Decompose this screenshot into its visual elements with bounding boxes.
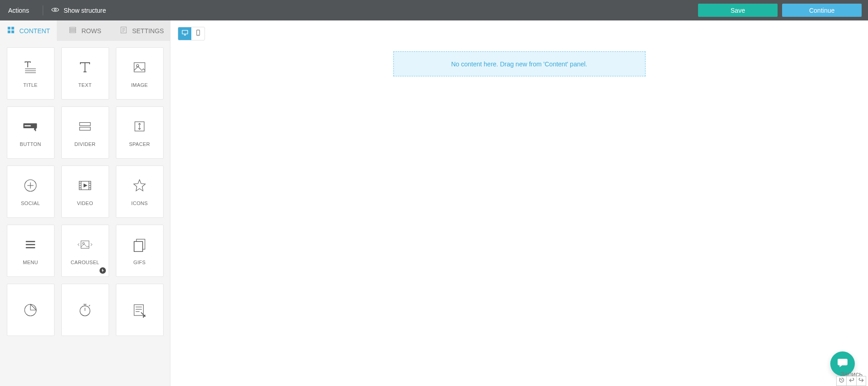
app-header: Actions Show structure Save Continue [0, 0, 868, 20]
redo-icon [858, 377, 864, 385]
svg-line-47 [89, 305, 90, 306]
rows-icon [69, 26, 77, 35]
tile-icons-label: ICONS [131, 201, 148, 206]
svg-point-56 [198, 34, 198, 35]
tile-video[interactable]: VIDEO [61, 165, 109, 218]
content-tiles-grid: TITLE TEXT IMAGE BUTTON [0, 41, 170, 386]
svg-rect-6 [70, 30, 76, 31]
settings-doc-icon [120, 26, 128, 35]
show-structure-label: Show structure [64, 7, 106, 14]
continue-button[interactable]: Continue [782, 4, 862, 17]
header-left-group: Actions Show structure [8, 5, 106, 15]
show-structure-toggle[interactable]: Show structure [51, 6, 106, 15]
tab-rows-label: ROWS [81, 27, 101, 35]
tile-title-label: TITLE [23, 82, 37, 88]
svg-rect-20 [80, 127, 90, 130]
tile-icons[interactable]: ICONS [116, 165, 164, 218]
svg-rect-5 [70, 27, 76, 29]
tile-gifs-label: GIFS [134, 260, 146, 265]
empty-content-dropzone[interactable]: No content here. Drag new from 'Content'… [393, 51, 645, 76]
header-divider [43, 5, 43, 15]
tile-text[interactable]: TEXT [61, 47, 109, 100]
text-icon [77, 60, 93, 75]
tile-title[interactable]: TITLE [7, 47, 55, 100]
undo-icon [848, 377, 855, 385]
tile-carousel[interactable]: CAROUSEL [61, 225, 109, 277]
mobile-preview-button[interactable] [191, 27, 205, 40]
tile-divider[interactable]: DIVIDER [61, 106, 109, 159]
tab-rows[interactable]: ROWS [57, 20, 114, 41]
tile-text-label: TEXT [78, 82, 91, 88]
tile-button-label: BUTTON [20, 141, 41, 147]
actions-dropdown[interactable]: Actions [8, 7, 35, 14]
svg-rect-41 [134, 241, 143, 251]
eye-icon [51, 6, 59, 15]
tile-sticker[interactable] [7, 284, 55, 336]
menu-icon [23, 237, 38, 252]
device-preview-switcher [178, 27, 205, 40]
svg-point-0 [54, 9, 56, 10]
tab-settings-label: SETTINGS [132, 27, 164, 35]
desktop-icon [181, 29, 189, 38]
chat-icon [837, 357, 848, 371]
tile-spacer-label: SPACER [129, 141, 150, 147]
form-icon [132, 302, 147, 318]
social-icon [23, 178, 38, 193]
svg-rect-38 [81, 241, 89, 248]
history-controls [836, 376, 866, 386]
svg-rect-2 [11, 27, 14, 29]
svg-rect-18 [25, 125, 31, 126]
history-icon [838, 377, 845, 385]
mobile-icon [195, 29, 202, 38]
redo-button[interactable] [856, 376, 866, 386]
image-icon [132, 60, 147, 75]
tile-social[interactable]: SOCIAL [7, 165, 55, 218]
actions-dropdown-label: Actions [8, 7, 29, 14]
tile-menu-label: MENU [23, 260, 38, 265]
title-icon [23, 60, 38, 75]
history-button[interactable] [836, 376, 846, 386]
button-icon [23, 119, 38, 134]
video-icon [77, 178, 93, 193]
tab-content-label: CONTENT [20, 27, 50, 35]
svg-rect-4 [11, 31, 14, 33]
svg-line-58 [842, 380, 843, 381]
tile-image-label: IMAGE [131, 82, 148, 88]
svg-rect-7 [70, 31, 76, 33]
grid-icon [7, 26, 15, 35]
tile-carousel-label: CAROUSEL [71, 260, 100, 265]
tab-content[interactable]: CONTENT [0, 20, 57, 41]
tile-image[interactable]: IMAGE [116, 47, 164, 100]
tile-gifs[interactable]: GIFS [116, 225, 164, 277]
svg-rect-1 [8, 27, 10, 29]
sidebar-tabs: CONTENT ROWS SETTINGS [0, 20, 170, 41]
tile-timer[interactable] [61, 284, 109, 336]
svg-point-43 [80, 306, 90, 316]
svg-rect-3 [8, 31, 10, 33]
svg-rect-52 [182, 30, 188, 34]
tile-menu[interactable]: MENU [7, 225, 55, 277]
divider-icon [77, 119, 93, 134]
desktop-preview-button[interactable] [178, 27, 191, 40]
bolt-badge-icon [100, 267, 106, 274]
tile-spacer[interactable]: SPACER [116, 106, 164, 159]
undo-button[interactable] [846, 376, 856, 386]
sticker-icon [23, 302, 38, 318]
spacer-icon [132, 119, 147, 134]
sidebar: CONTENT ROWS SETTINGS TITLE [0, 20, 170, 386]
tab-settings[interactable]: SETTINGS [113, 20, 170, 41]
save-button[interactable]: Save [698, 4, 778, 17]
tile-form[interactable] [116, 284, 164, 336]
svg-rect-15 [134, 62, 145, 71]
chat-help-button[interactable] [830, 351, 855, 376]
tile-button[interactable]: BUTTON [7, 106, 55, 159]
tile-video-label: VIDEO [77, 201, 93, 206]
tile-divider-label: DIVIDER [75, 141, 96, 147]
tile-social-label: SOCIAL [21, 201, 40, 206]
star-icon [132, 178, 147, 193]
gifs-icon [132, 237, 147, 252]
header-right-group: Save Continue [698, 4, 863, 17]
carousel-icon [77, 237, 93, 252]
svg-rect-19 [80, 122, 90, 125]
dropzone-message: No content here. Drag new from 'Content'… [451, 60, 588, 68]
